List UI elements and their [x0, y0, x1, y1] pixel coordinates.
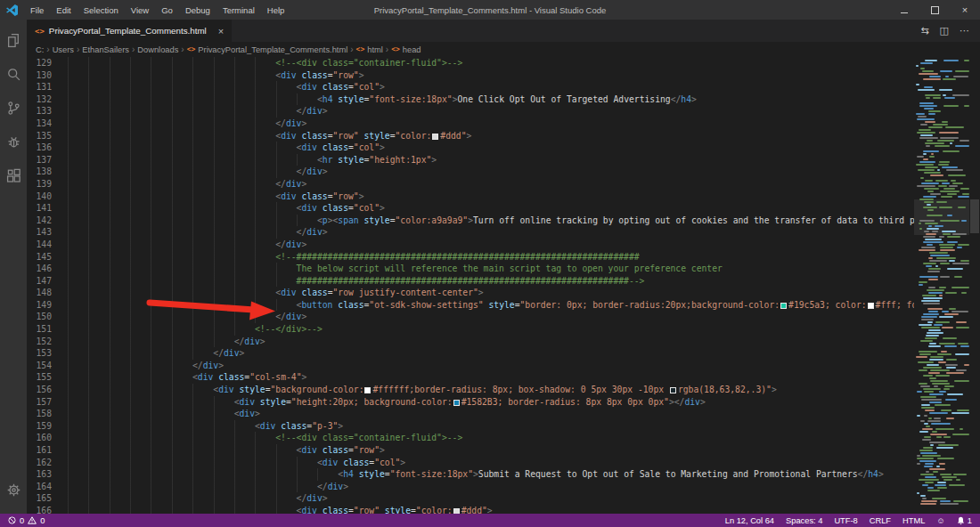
maximize-button[interactable] [919, 0, 950, 20]
code-line-136[interactable]: <div class="col"> [68, 142, 914, 154]
line-number[interactable]: 138 [27, 166, 52, 178]
line-number[interactable]: 130 [27, 69, 52, 82]
eol-status[interactable]: CRLF [870, 516, 891, 525]
scrollbar-slider[interactable] [970, 199, 979, 233]
code-line-165[interactable]: </div> [68, 492, 914, 505]
line-number[interactable]: 134 [27, 118, 52, 130]
code-line-130[interactable]: <div class="row"> [68, 69, 914, 82]
color-swatch[interactable] [432, 134, 438, 140]
breadcrumb-item[interactable]: EthanSailers [82, 45, 129, 54]
line-number[interactable]: 137 [27, 154, 52, 166]
line-number[interactable]: 166 [27, 505, 52, 514]
encoding-status[interactable]: UTF-8 [834, 516, 857, 525]
code-line-135[interactable]: <div class="row" style="color:#ddd"> [68, 130, 914, 142]
extensions-icon[interactable] [0, 158, 27, 192]
code-line-137[interactable]: <hr style="height:1px"> [68, 154, 914, 166]
explorer-icon[interactable] [0, 23, 27, 57]
breadcrumb-item[interactable]: C: [36, 45, 44, 54]
line-number[interactable]: 153 [27, 347, 52, 360]
language-mode[interactable]: HTML [902, 516, 925, 525]
line-number[interactable]: 152 [27, 336, 52, 348]
menu-go[interactable]: Go [155, 5, 179, 15]
color-swatch[interactable] [868, 303, 874, 309]
line-number[interactable]: 143 [27, 226, 52, 239]
code-line-139[interactable]: </div> [68, 178, 914, 191]
line-number[interactable]: 132 [27, 93, 52, 106]
feedback-smiley-icon[interactable]: ☺ [936, 516, 945, 525]
line-number[interactable]: 151 [27, 323, 52, 336]
line-number[interactable]: 145 [27, 251, 52, 264]
line-number[interactable]: 142 [27, 215, 52, 227]
color-swatch[interactable] [453, 400, 460, 406]
code-line-156[interactable]: <div style="background-color:#ffffff;bor… [68, 384, 914, 396]
open-changes-icon[interactable]: ⇆ [920, 25, 928, 36]
code-line-131[interactable]: <div class="col"> [68, 81, 914, 93]
line-number[interactable]: 160 [27, 432, 52, 444]
code-line-144[interactable]: </div> [68, 239, 914, 251]
code-line-140[interactable]: <div class="row"> [68, 191, 914, 203]
split-editor-icon[interactable]: ◫ [940, 25, 949, 36]
tab-privacyportal-template-comments[interactable]: <> PrivacyPortal_Template_Comments.html … [27, 20, 232, 42]
line-number[interactable]: 129 [27, 57, 52, 69]
line-number[interactable]: 140 [27, 191, 52, 203]
line-number[interactable]: 161 [27, 444, 52, 457]
search-icon[interactable] [0, 57, 27, 91]
code-line-146[interactable]: The below script will reference the main… [68, 263, 914, 275]
menu-help[interactable]: Help [261, 5, 291, 15]
code-line-166[interactable]: <div class="row" style="color:#ddd"> [68, 505, 914, 514]
minimize-button[interactable] [889, 0, 919, 20]
code-line-163[interactable]: <h4 style="font-size:18px">Submit a Requ… [68, 468, 914, 481]
line-number[interactable]: 155 [27, 371, 52, 384]
code-line-158[interactable]: <div> [68, 408, 914, 420]
code-line-149[interactable]: <button class="ot-sdk-show-settings" sty… [68, 299, 914, 312]
code-line-142[interactable]: <p><span style="color:a9a9a9">Turn off o… [68, 215, 914, 227]
code-line-150[interactable]: </div> [68, 311, 914, 323]
code-area[interactable]: <!--<div class="container-fluid">--><div… [62, 57, 914, 514]
menu-terminal[interactable]: Terminal [216, 5, 261, 15]
vertical-scrollbar[interactable] [969, 57, 980, 514]
line-number[interactable]: 141 [27, 202, 52, 215]
code-line-133[interactable]: </div> [68, 105, 914, 118]
line-number[interactable]: 150 [27, 311, 52, 323]
code-line-134[interactable]: </div> [68, 118, 914, 130]
code-line-148[interactable]: <div class="row justify-content-center"> [68, 287, 914, 299]
line-number[interactable]: 154 [27, 360, 52, 372]
code-line-157[interactable]: <div style="height:20px; background-colo… [68, 396, 914, 409]
line-number[interactable]: 136 [27, 142, 52, 154]
code-line-145[interactable]: <!--####################################… [68, 251, 914, 264]
code-line-153[interactable]: </div> [68, 347, 914, 360]
color-swatch[interactable] [670, 387, 676, 393]
menu-debug[interactable]: Debug [179, 5, 216, 15]
line-number[interactable]: 156 [27, 384, 52, 396]
breadcrumb-item[interactable]: Users [53, 45, 74, 54]
line-number[interactable]: 162 [27, 457, 52, 469]
line-number[interactable]: 135 [27, 130, 52, 142]
code-line-147[interactable]: ########################################… [68, 275, 914, 288]
line-number[interactable]: 164 [27, 481, 52, 493]
breadcrumb-item[interactable]: <>head [391, 45, 421, 54]
code-line-141[interactable]: <div class="col"> [68, 202, 914, 215]
line-number[interactable]: 147 [27, 275, 52, 288]
line-number[interactable]: 149 [27, 299, 52, 312]
close-button[interactable]: × [950, 0, 980, 20]
source-control-icon[interactable] [0, 91, 27, 125]
breadcrumb-item[interactable]: <>PrivacyPortal_Template_Comments.html [187, 45, 348, 54]
menu-selection[interactable]: Selection [78, 5, 125, 15]
code-line-154[interactable]: </div> [68, 360, 914, 372]
menu-view[interactable]: View [125, 5, 155, 15]
line-number[interactable]: 163 [27, 468, 52, 481]
code-line-129[interactable]: <!--<div class="container-fluid">--> [68, 57, 914, 69]
line-number[interactable]: 139 [27, 178, 52, 191]
code-line-132[interactable]: <h4 style="font-size:18px">One Click Opt… [68, 93, 914, 106]
line-number[interactable]: 165 [27, 492, 52, 505]
line-number[interactable]: 144 [27, 239, 52, 251]
problems-status[interactable]: 0 0 [8, 516, 45, 525]
tab-close-icon[interactable]: × [218, 26, 224, 36]
color-swatch[interactable] [364, 387, 371, 393]
line-number[interactable]: 146 [27, 263, 52, 275]
menu-edit[interactable]: Edit [50, 5, 77, 15]
code-line-151[interactable]: <!--</div>--> [68, 323, 914, 336]
line-number[interactable]: 148 [27, 287, 52, 299]
color-swatch[interactable] [453, 508, 460, 514]
line-number[interactable]: 131 [27, 81, 52, 93]
